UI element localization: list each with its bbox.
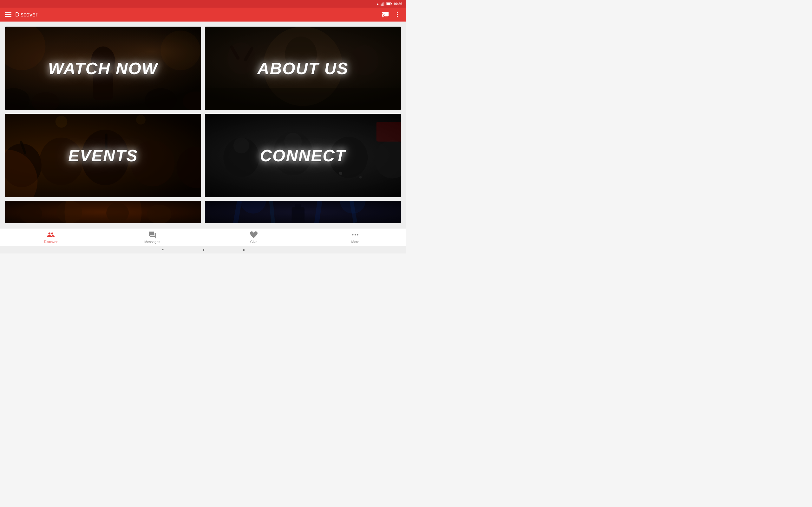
wifi-icon: ▲ <box>376 2 379 6</box>
cards-row-1: WATCH NOW <box>5 26 401 110</box>
svg-point-7 <box>397 12 398 13</box>
hamburger-menu-button[interactable] <box>5 12 11 17</box>
nav-give[interactable]: Give <box>203 228 305 246</box>
nav-discover[interactable]: Discover <box>0 228 101 246</box>
svg-point-66 <box>355 234 356 235</box>
app-bar-actions <box>382 11 401 18</box>
connect-label: CONNECT <box>260 146 346 165</box>
home-button[interactable]: ● <box>202 247 205 252</box>
svg-rect-2 <box>383 3 384 6</box>
cards-row-3 <box>5 201 401 223</box>
cards-row-2: EVENTS <box>5 114 401 197</box>
nav-discover-label: Discover <box>44 240 58 244</box>
svg-rect-1 <box>382 3 383 6</box>
about-us-card[interactable]: ABOUT US <box>205 26 401 110</box>
nav-more-label: More <box>351 240 359 244</box>
signal-icon <box>380 2 385 6</box>
events-label: EVENTS <box>68 146 138 165</box>
bottom-nav: Discover Messages Give More <box>0 228 406 246</box>
discover-icon <box>47 231 55 239</box>
partial-left-overlay <box>5 201 201 223</box>
android-nav-bar: ▼ ● ■ <box>0 246 406 253</box>
more-options-icon[interactable] <box>394 11 401 18</box>
messages-icon <box>148 231 156 239</box>
svg-rect-3 <box>384 2 385 6</box>
app-bar-left: Discover <box>5 11 38 18</box>
svg-point-65 <box>352 234 353 235</box>
status-icons: ▲ 10:26 <box>376 2 402 6</box>
svg-point-8 <box>397 14 398 15</box>
connect-card[interactable]: CONNECT <box>205 114 401 197</box>
nav-messages-label: Messages <box>144 240 160 244</box>
app-bar: Discover <box>0 8 406 21</box>
partial-left-card[interactable] <box>5 201 201 223</box>
nav-more[interactable]: More <box>305 228 406 246</box>
battery-icon <box>386 2 392 5</box>
partial-right-card[interactable] <box>205 201 401 223</box>
nav-give-label: Give <box>250 240 258 244</box>
cast-icon[interactable] <box>382 11 389 18</box>
svg-point-9 <box>397 16 398 17</box>
back-button[interactable]: ▼ <box>161 248 164 251</box>
svg-point-67 <box>357 234 358 235</box>
recents-button[interactable]: ■ <box>243 248 245 251</box>
page-title: Discover <box>15 11 38 18</box>
about-us-label: ABOUT US <box>257 59 349 78</box>
status-bar: ▲ 10:26 <box>0 0 406 8</box>
nav-messages[interactable]: Messages <box>101 228 203 246</box>
partial-right-overlay <box>205 201 401 223</box>
watch-now-card[interactable]: WATCH NOW <box>5 26 201 110</box>
give-icon <box>250 231 258 239</box>
svg-rect-6 <box>387 3 391 5</box>
more-icon <box>351 231 359 239</box>
main-content: WATCH NOW <box>0 21 406 228</box>
svg-rect-5 <box>391 3 392 4</box>
status-time: 10:26 <box>393 2 402 6</box>
events-card[interactable]: EVENTS <box>5 114 201 197</box>
watch-now-label: WATCH NOW <box>48 59 158 78</box>
svg-rect-0 <box>380 4 382 6</box>
